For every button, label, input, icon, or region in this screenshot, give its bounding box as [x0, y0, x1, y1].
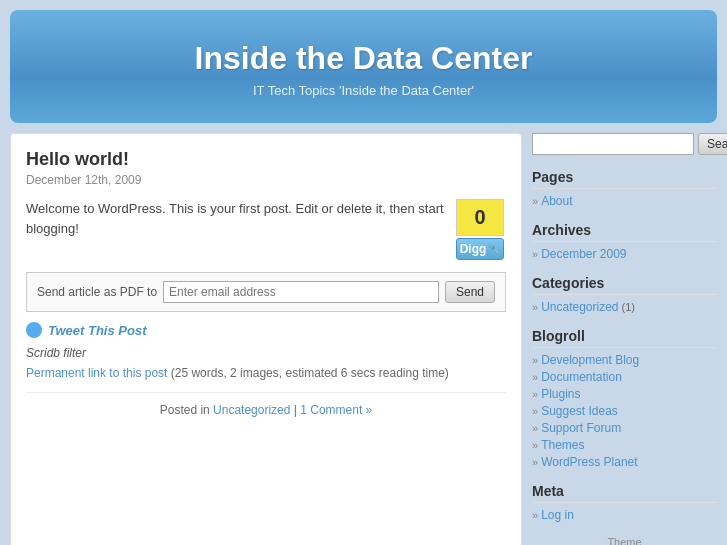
- archives-list: December 2009: [532, 247, 717, 261]
- theme-label: Theme: [532, 536, 717, 545]
- pages-list: About: [532, 194, 717, 208]
- search-button[interactable]: Search: [698, 133, 727, 155]
- tweet-area: Tweet This Post: [26, 322, 506, 338]
- list-item: WordPress Planet: [532, 455, 717, 469]
- blogroll-title: Blogroll: [532, 328, 717, 348]
- page-about-link[interactable]: About: [541, 194, 572, 208]
- docs-link[interactable]: Documentation: [541, 370, 622, 384]
- dev-blog-link[interactable]: Development Blog: [541, 353, 639, 367]
- perm-link-area: Permanent link to this post (25 words, 2…: [26, 366, 506, 380]
- twitter-icon: [26, 322, 42, 338]
- posted-in: Posted in Uncategorized | 1 Comment »: [26, 392, 506, 417]
- post-date: December 12th, 2009: [26, 173, 506, 187]
- perm-link-detail: (25 words, 2 images, estimated 6 secs re…: [167, 366, 448, 380]
- support-forum-link[interactable]: Support Forum: [541, 421, 621, 435]
- archives-title: Archives: [532, 222, 717, 242]
- site-header: Inside the Data Center IT Tech Topics 'I…: [10, 10, 717, 123]
- search-box: Search: [532, 133, 717, 155]
- themes-link[interactable]: Themes: [541, 438, 584, 452]
- categories-title: Categories: [532, 275, 717, 295]
- site-subtitle: IT Tech Topics 'Inside the Data Center': [30, 83, 697, 98]
- category-link[interactable]: Uncategorized: [213, 403, 290, 417]
- archive-dec2009-link[interactable]: December 2009: [541, 247, 626, 261]
- suggest-ideas-link[interactable]: Suggest Ideas: [541, 404, 618, 418]
- digg-button[interactable]: Digg 🔧: [456, 238, 504, 260]
- pdf-send-area: Send article as PDF to Send: [26, 272, 506, 312]
- site-title: Inside the Data Center: [30, 40, 697, 77]
- wp-planet-link[interactable]: WordPress Planet: [541, 455, 638, 469]
- post-title: Hello world!: [26, 149, 506, 170]
- list-item: Support Forum: [532, 421, 717, 435]
- search-input[interactable]: [532, 133, 694, 155]
- blogroll-section: Blogroll Development Blog Documentation …: [532, 328, 717, 469]
- sidebar: Search Pages About Archives December 200…: [532, 133, 717, 545]
- login-link[interactable]: Log in: [541, 508, 574, 522]
- pdf-label: Send article as PDF to: [37, 285, 157, 299]
- send-button[interactable]: Send: [445, 281, 495, 303]
- list-item: Uncategorized (1): [532, 300, 717, 314]
- pages-title: Pages: [532, 169, 717, 189]
- digg-label: Digg: [460, 242, 487, 256]
- scribd-filter: Scridb filter: [26, 346, 506, 360]
- list-item: Plugins: [532, 387, 717, 401]
- category-uncategorized-link[interactable]: Uncategorized: [541, 300, 618, 314]
- list-item: Themes: [532, 438, 717, 452]
- category-count: (1): [622, 301, 635, 313]
- post-body: Welcome to WordPress. This is your first…: [26, 199, 446, 260]
- email-input[interactable]: [163, 281, 439, 303]
- categories-section: Categories Uncategorized (1): [532, 275, 717, 314]
- meta-section: Meta Log in: [532, 483, 717, 522]
- comments-link[interactable]: 1 Comment »: [300, 403, 372, 417]
- meta-list: Log in: [532, 508, 717, 522]
- digg-count: 0: [456, 199, 504, 236]
- list-item: Log in: [532, 508, 717, 522]
- categories-list: Uncategorized (1): [532, 300, 717, 314]
- tweet-link[interactable]: Tweet This Post: [48, 323, 146, 338]
- meta-title: Meta: [532, 483, 717, 503]
- list-item: About: [532, 194, 717, 208]
- blogroll-list: Development Blog Documentation Plugins S…: [532, 353, 717, 469]
- digg-icon: 🔧: [488, 244, 500, 255]
- list-item: Suggest Ideas: [532, 404, 717, 418]
- list-item: December 2009: [532, 247, 717, 261]
- posted-in-prefix: Posted in: [160, 403, 213, 417]
- pages-section: Pages About: [532, 169, 717, 208]
- permanent-link[interactable]: Permanent link to this post: [26, 366, 167, 380]
- digg-widget: 0 Digg 🔧: [456, 199, 506, 260]
- list-item: Development Blog: [532, 353, 717, 367]
- plugins-link[interactable]: Plugins: [541, 387, 580, 401]
- main-content: Hello world! December 12th, 2009 Welcome…: [10, 133, 522, 545]
- list-item: Documentation: [532, 370, 717, 384]
- archives-section: Archives December 2009: [532, 222, 717, 261]
